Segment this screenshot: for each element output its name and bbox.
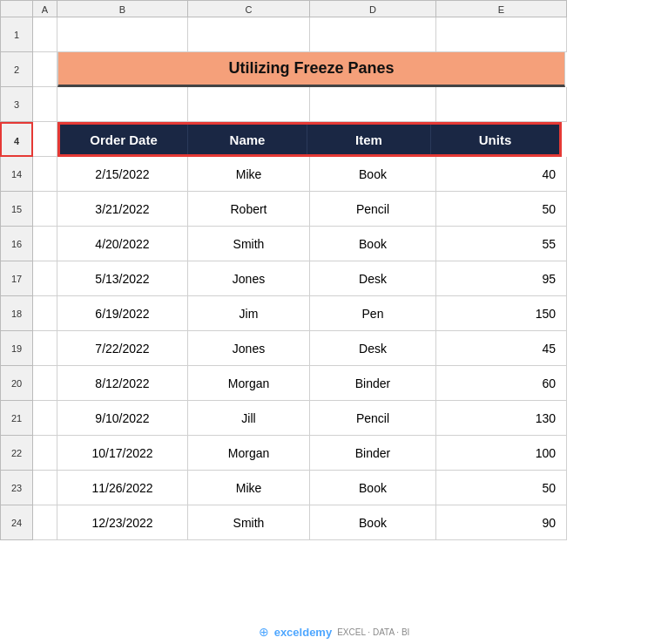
col-header-d: D [310,0,436,17]
cell-23a [33,471,57,505]
row-3: 3 [0,87,668,122]
cell-order-date-20: 8/12/2022 [57,366,188,401]
spreadsheet: A B C D E 1 2 Utilizing Freeze Panes 3 [0,0,668,644]
row-num-16: 16 [0,227,33,261]
table-row: 19 7/22/2022 Jones Desk 45 [0,331,668,366]
cell-units-20: 60 [436,366,567,401]
cell-item-16: Book [310,227,436,261]
watermark-subtext: EXCEL · DATA · BI [337,627,409,637]
cell-item-17: Desk [310,261,436,296]
header-units: Units [431,125,559,154]
cell-units-14: 40 [436,157,567,192]
cell-units-22: 100 [436,436,567,471]
cell-1e [436,17,567,52]
cell-3b [57,87,188,122]
cell-name-23: Mike [188,471,310,505]
row-1: 1 [0,17,668,52]
header-item: Item [307,125,431,154]
cell-1b [57,17,188,52]
col-header-c: C [188,0,310,17]
table-row: 21 9/10/2022 Jill Pencil 130 [0,401,668,436]
cell-3c [188,87,310,122]
row-num-4: 4 [0,122,33,157]
cell-14a [33,157,57,192]
cell-order-date-18: 6/19/2022 [57,296,188,331]
table-row: 15 3/21/2022 Robert Pencil 50 [0,192,668,227]
cell-15a [33,192,57,227]
column-headers: A B C D E [0,0,668,17]
cell-1d [310,17,436,52]
cell-item-21: Pencil [310,401,436,436]
row-num-2: 2 [0,52,33,87]
cell-units-19: 45 [436,331,567,366]
table-row: 18 6/19/2022 Jim Pen 150 [0,296,668,331]
cell-order-date-14: 2/15/2022 [57,157,188,192]
cell-units-17: 95 [436,261,567,296]
cell-4a [33,122,57,157]
cell-name-18: Jim [188,296,310,331]
corner-cell [0,0,33,17]
cell-18a [33,296,57,331]
cell-2a [33,52,57,87]
cell-units-16: 55 [436,227,567,261]
watermark-logo-text: exceldemy [274,626,333,639]
cell-order-date-15: 3/21/2022 [57,192,188,227]
table-row: 23 11/26/2022 Mike Book 50 [0,471,668,505]
cell-1c [188,17,310,52]
cell-name-14: Mike [188,157,310,192]
watermark-icon: ⊕ [259,625,269,639]
table-row: 20 8/12/2022 Morgan Binder 60 [0,366,668,401]
cell-units-24: 90 [436,505,567,540]
watermark: ⊕ exceldemy EXCEL · DATA · BI [259,625,410,639]
cell-22a [33,436,57,471]
cell-21a [33,401,57,436]
cell-name-17: Jones [188,261,310,296]
col-header-a: A [33,0,57,17]
cell-name-15: Robert [188,192,310,227]
cell-units-21: 130 [436,401,567,436]
data-rows: 14 2/15/2022 Mike Book 40 15 3/21/2022 R… [0,157,668,540]
cell-order-date-22: 10/17/2022 [57,436,188,471]
cell-order-date-24: 12/23/2022 [57,505,188,540]
title-merged-cell: Utilizing Freeze Panes [57,52,565,87]
row-num-14: 14 [0,157,33,192]
row-2-title: 2 Utilizing Freeze Panes [0,52,668,87]
cell-17a [33,261,57,296]
row-num-20: 20 [0,366,33,401]
cell-name-16: Smith [188,227,310,261]
cell-name-24: Smith [188,505,310,540]
cell-item-20: Binder [310,366,436,401]
header-order-date: Order Date [60,125,188,154]
table-row: 16 4/20/2022 Smith Book 55 [0,227,668,261]
cell-units-23: 50 [436,471,567,505]
table-row: 17 5/13/2022 Jones Desk 95 [0,261,668,296]
cell-name-22: Morgan [188,436,310,471]
cell-units-15: 50 [436,192,567,227]
cell-order-date-23: 11/26/2022 [57,471,188,505]
table-row: 24 12/23/2022 Smith Book 90 [0,505,668,540]
table-row: 22 10/17/2022 Morgan Binder 100 [0,436,668,471]
cell-20a [33,366,57,401]
cell-19a [33,331,57,366]
row-num-21: 21 [0,401,33,436]
cell-item-19: Desk [310,331,436,366]
header-name: Name [188,125,307,154]
cell-item-15: Pencil [310,192,436,227]
cell-name-21: Jill [188,401,310,436]
cell-name-20: Morgan [188,366,310,401]
cell-order-date-16: 4/20/2022 [57,227,188,261]
cell-order-date-21: 9/10/2022 [57,401,188,436]
col-header-e: E [436,0,567,17]
row-num-24: 24 [0,505,33,540]
rows-area: 1 2 Utilizing Freeze Panes 3 4 [0,17,668,540]
header-cells: Order Date Name Item Units [57,122,562,157]
cell-item-18: Pen [310,296,436,331]
cell-order-date-19: 7/22/2022 [57,331,188,366]
cell-1a [33,17,57,52]
row-num-23: 23 [0,471,33,505]
cell-item-24: Book [310,505,436,540]
cell-order-date-17: 5/13/2022 [57,261,188,296]
row-num-22: 22 [0,436,33,471]
cell-units-18: 150 [436,296,567,331]
cell-item-22: Binder [310,436,436,471]
